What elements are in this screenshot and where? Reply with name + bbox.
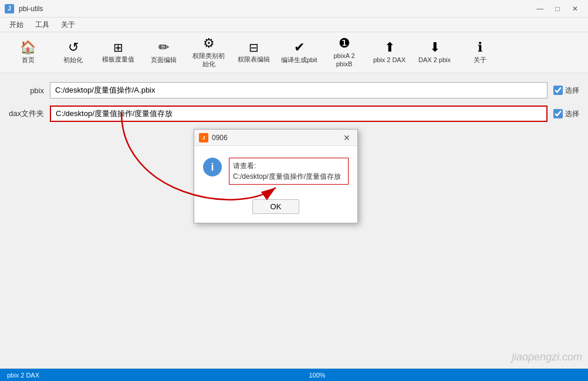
watermark: jiaopengzi.com [512,351,582,363]
toolbar-template[interactable]: ⊞ 模板度量值 [96,35,140,71]
pbix-select-label: 选择 [565,86,579,96]
toolbar-template-label: 模板度量值 [102,56,134,63]
dialog-message: 请查看: C:/desktop/度量值操作/度量值存放 [229,158,349,185]
dialog-message-line1: 请查看: [233,162,256,170]
dialog-message-line2: C:/desktop/度量值操作/度量值存放 [233,172,341,181]
init-icon: ↺ [68,41,79,54]
toolbar-dax2pbix[interactable]: ⬇ DAX 2 pbix [413,35,457,71]
dax-row: dax文件夹 选择 [9,106,579,122]
status-tab-label: pbix 2 DAX [7,372,39,379]
pbix-checkbox[interactable] [553,86,563,95]
maximize-button[interactable]: □ [549,2,566,15]
info-icon: i [203,158,222,176]
pbix-label: pbix [9,86,44,95]
dax2pbix-icon: ⬇ [430,41,440,54]
pbix-a2b-icon: ❶ [339,37,350,50]
toolbar-permission-init-label: 权限类别初始化 [190,52,228,67]
about-icon: ℹ [478,41,482,54]
toolbar-page-edit-label: 页面编辑 [151,56,177,64]
toolbar-compile-label: 编译生成pbit [281,56,317,64]
window-controls: — □ ✕ [532,2,583,15]
app-icon: J [5,4,14,13]
toolbar-compile[interactable]: ✔ 编译生成pbit [277,35,321,71]
dialog-title: 0906 [212,134,228,142]
menu-item-about[interactable]: 关于 [56,19,80,31]
dax-checkbox[interactable] [553,109,563,118]
status-bar: pbix 2 DAX 100% [0,368,588,381]
dax-label: dax文件夹 [9,108,44,119]
pbix-checkbox-wrap: 选择 [553,86,579,96]
dialog: J 0906 ✕ i 请查看: C:/desktop/度量值操作/度量值存放 O… [194,129,358,223]
permission-table-icon: ⊟ [249,42,259,53]
toolbar-about-label: 关于 [474,56,486,64]
progress-text: 100% [309,372,325,379]
permission-init-icon: ⚙ [203,37,215,50]
dax-checkbox-wrap: 选择 [553,109,579,119]
toolbar: 🏠 首页 ↺ 初始化 ⊞ 模板度量值 ✏ 页面编辑 ⚙ 权限类别初始化 ⊟ 权限… [0,32,588,73]
toolbar-dax2pbix-label: DAX 2 pbix [418,56,451,64]
dax-input[interactable] [50,106,548,122]
toolbar-permission-table[interactable]: ⊟ 权限表编辑 [232,35,276,71]
dialog-app-icon: J [199,133,208,142]
compile-icon: ✔ [294,41,305,54]
title-bar: J pbi-utils — □ ✕ [0,0,588,18]
toolbar-permission-table-label: 权限表编辑 [238,56,270,63]
pbix-row: pbix 选择 [9,82,579,98]
toolbar-home-label: 首页 [22,56,35,64]
dax-select-label: 选择 [565,109,579,119]
page-edit-icon: ✏ [158,41,169,54]
toolbar-pbix-a2b-label: pbixA 2 pbixB [325,52,363,67]
menu-item-start[interactable]: 开始 [5,19,28,31]
toolbar-init[interactable]: ↺ 初始化 [51,35,95,71]
toolbar-pbix2dax[interactable]: ⬆ pbix 2 DAX [367,35,411,71]
dialog-message-text: 请查看: C:/desktop/度量值操作/度量值存放 [229,158,349,185]
toolbar-init-label: 初始化 [63,56,83,64]
app-title: pbi-utils [19,5,43,13]
minimize-button[interactable]: — [532,2,548,15]
dialog-title-bar: J 0906 ✕ [194,130,357,146]
dialog-footer: OK [194,193,357,223]
status-tab: pbix 2 DAX [0,369,46,381]
template-icon: ⊞ [113,42,123,53]
menu-item-tools[interactable]: 工具 [31,19,54,31]
toolbar-page-edit[interactable]: ✏ 页面编辑 [141,35,185,71]
progress-bar: 100% [46,369,588,381]
toolbar-pbix2dax-label: pbix 2 DAX [373,56,405,64]
menu-bar: 开始 工具 关于 [0,18,588,32]
dialog-ok-button[interactable]: OK [252,199,300,214]
toolbar-about[interactable]: ℹ 关于 [458,35,502,71]
dialog-close-button[interactable]: ✕ [341,132,353,143]
dialog-body: i 请查看: C:/desktop/度量值操作/度量值存放 [194,146,357,193]
pbix2dax-icon: ⬆ [384,41,395,54]
toolbar-permission-init[interactable]: ⚙ 权限类别初始化 [187,35,231,71]
home-icon: 🏠 [20,41,36,54]
toolbar-pbix-a2b[interactable]: ❶ pbixA 2 pbixB [322,35,366,71]
pbix-input[interactable] [50,82,548,98]
close-button[interactable]: ✕ [567,2,583,15]
toolbar-home[interactable]: 🏠 首页 [6,35,50,71]
